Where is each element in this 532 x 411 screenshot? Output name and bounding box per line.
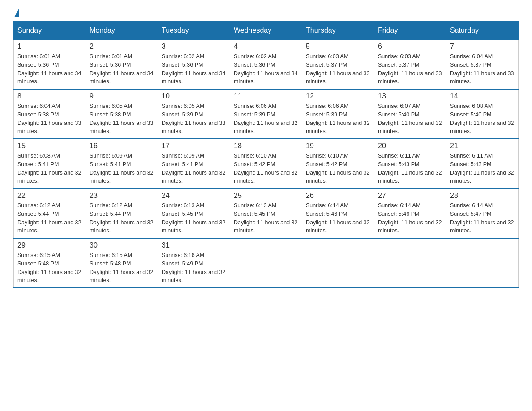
day-number: 11 xyxy=(234,92,298,100)
day-info: Sunrise: 6:11 AM Sunset: 5:43 PM Dayligh… xyxy=(378,152,442,185)
calendar-cell xyxy=(302,238,374,288)
day-number: 15 xyxy=(17,142,82,150)
day-info: Sunrise: 6:15 AM Sunset: 5:48 PM Dayligh… xyxy=(90,251,154,285)
calendar-week-row: 8 Sunrise: 6:04 AM Sunset: 5:38 PM Dayli… xyxy=(14,89,519,139)
calendar-cell: 13 Sunrise: 6:07 AM Sunset: 5:40 PM Dayl… xyxy=(374,89,446,139)
day-number: 6 xyxy=(378,43,442,51)
day-number: 7 xyxy=(450,43,515,51)
calendar-cell: 18 Sunrise: 6:10 AM Sunset: 5:42 PM Dayl… xyxy=(230,139,302,188)
day-info: Sunrise: 6:06 AM Sunset: 5:39 PM Dayligh… xyxy=(234,102,298,136)
day-info: Sunrise: 6:14 AM Sunset: 5:46 PM Dayligh… xyxy=(306,201,370,235)
calendar-cell: 28 Sunrise: 6:14 AM Sunset: 5:47 PM Dayl… xyxy=(446,188,519,238)
day-info: Sunrise: 6:10 AM Sunset: 5:42 PM Dayligh… xyxy=(306,152,370,185)
day-info: Sunrise: 6:14 AM Sunset: 5:46 PM Dayligh… xyxy=(378,201,442,235)
day-info: Sunrise: 6:15 AM Sunset: 5:48 PM Dayligh… xyxy=(17,251,82,285)
calendar-cell: 25 Sunrise: 6:13 AM Sunset: 5:45 PM Dayl… xyxy=(230,188,302,238)
day-number: 18 xyxy=(234,142,298,150)
day-number: 2 xyxy=(90,43,154,51)
calendar-cell: 16 Sunrise: 6:09 AM Sunset: 5:41 PM Dayl… xyxy=(86,139,158,188)
page-header xyxy=(13,9,519,17)
day-info: Sunrise: 6:06 AM Sunset: 5:39 PM Dayligh… xyxy=(306,102,370,136)
day-number: 8 xyxy=(17,92,82,100)
day-number: 21 xyxy=(450,142,515,150)
day-info: Sunrise: 6:11 AM Sunset: 5:43 PM Dayligh… xyxy=(450,152,515,185)
calendar-cell xyxy=(446,238,519,288)
day-number: 31 xyxy=(162,241,226,249)
col-header-sunday: Sunday xyxy=(14,22,86,40)
calendar-cell: 29 Sunrise: 6:15 AM Sunset: 5:48 PM Dayl… xyxy=(14,238,86,288)
day-number: 13 xyxy=(378,92,442,100)
day-number: 30 xyxy=(90,241,154,249)
calendar-week-row: 1 Sunrise: 6:01 AM Sunset: 5:36 PM Dayli… xyxy=(14,39,519,89)
calendar-cell: 6 Sunrise: 6:03 AM Sunset: 5:37 PM Dayli… xyxy=(374,39,446,89)
day-info: Sunrise: 6:10 AM Sunset: 5:42 PM Dayligh… xyxy=(234,152,298,185)
calendar-week-row: 29 Sunrise: 6:15 AM Sunset: 5:48 PM Dayl… xyxy=(14,238,519,288)
calendar-cell: 19 Sunrise: 6:10 AM Sunset: 5:42 PM Dayl… xyxy=(302,139,374,188)
day-number: 19 xyxy=(306,142,370,150)
day-info: Sunrise: 6:13 AM Sunset: 5:45 PM Dayligh… xyxy=(234,201,298,235)
calendar-cell: 24 Sunrise: 6:13 AM Sunset: 5:45 PM Dayl… xyxy=(158,188,230,238)
day-info: Sunrise: 6:02 AM Sunset: 5:36 PM Dayligh… xyxy=(162,52,226,86)
calendar-cell: 14 Sunrise: 6:08 AM Sunset: 5:40 PM Dayl… xyxy=(446,89,519,139)
calendar-cell: 12 Sunrise: 6:06 AM Sunset: 5:39 PM Dayl… xyxy=(302,89,374,139)
calendar-cell: 23 Sunrise: 6:12 AM Sunset: 5:44 PM Dayl… xyxy=(86,188,158,238)
calendar-cell: 15 Sunrise: 6:08 AM Sunset: 5:41 PM Dayl… xyxy=(14,139,86,188)
calendar-week-row: 22 Sunrise: 6:12 AM Sunset: 5:44 PM Dayl… xyxy=(14,188,519,238)
calendar-cell: 30 Sunrise: 6:15 AM Sunset: 5:48 PM Dayl… xyxy=(86,238,158,288)
calendar-cell: 26 Sunrise: 6:14 AM Sunset: 5:46 PM Dayl… xyxy=(302,188,374,238)
day-number: 16 xyxy=(90,142,154,150)
day-number: 22 xyxy=(17,192,82,200)
calendar-table: SundayMondayTuesdayWednesdayThursdayFrid… xyxy=(13,21,519,288)
col-header-tuesday: Tuesday xyxy=(158,22,230,40)
calendar-cell xyxy=(374,238,446,288)
calendar-week-row: 15 Sunrise: 6:08 AM Sunset: 5:41 PM Dayl… xyxy=(14,139,519,188)
day-number: 4 xyxy=(234,43,298,51)
day-number: 17 xyxy=(162,142,226,150)
day-number: 23 xyxy=(90,192,154,200)
calendar-cell: 17 Sunrise: 6:09 AM Sunset: 5:41 PM Dayl… xyxy=(158,139,230,188)
day-number: 20 xyxy=(378,142,442,150)
day-info: Sunrise: 6:02 AM Sunset: 5:36 PM Dayligh… xyxy=(234,52,298,86)
day-number: 27 xyxy=(378,192,442,200)
day-info: Sunrise: 6:04 AM Sunset: 5:38 PM Dayligh… xyxy=(17,102,82,136)
calendar-cell: 7 Sunrise: 6:04 AM Sunset: 5:37 PM Dayli… xyxy=(446,39,519,89)
day-info: Sunrise: 6:07 AM Sunset: 5:40 PM Dayligh… xyxy=(378,102,442,136)
calendar-cell: 21 Sunrise: 6:11 AM Sunset: 5:43 PM Dayl… xyxy=(446,139,519,188)
day-number: 14 xyxy=(450,92,515,100)
day-info: Sunrise: 6:05 AM Sunset: 5:38 PM Dayligh… xyxy=(90,102,154,136)
day-number: 26 xyxy=(306,192,370,200)
logo xyxy=(13,9,19,17)
calendar-cell: 9 Sunrise: 6:05 AM Sunset: 5:38 PM Dayli… xyxy=(86,89,158,139)
day-info: Sunrise: 6:13 AM Sunset: 5:45 PM Dayligh… xyxy=(162,201,226,235)
day-info: Sunrise: 6:01 AM Sunset: 5:36 PM Dayligh… xyxy=(90,52,154,86)
col-header-saturday: Saturday xyxy=(446,22,519,40)
day-info: Sunrise: 6:08 AM Sunset: 5:41 PM Dayligh… xyxy=(17,152,82,185)
col-header-thursday: Thursday xyxy=(302,22,374,40)
calendar-cell: 11 Sunrise: 6:06 AM Sunset: 5:39 PM Dayl… xyxy=(230,89,302,139)
day-info: Sunrise: 6:09 AM Sunset: 5:41 PM Dayligh… xyxy=(90,152,154,185)
calendar-cell: 27 Sunrise: 6:14 AM Sunset: 5:46 PM Dayl… xyxy=(374,188,446,238)
calendar-cell xyxy=(230,238,302,288)
calendar-cell: 2 Sunrise: 6:01 AM Sunset: 5:36 PM Dayli… xyxy=(86,39,158,89)
calendar-cell: 22 Sunrise: 6:12 AM Sunset: 5:44 PM Dayl… xyxy=(14,188,86,238)
col-header-monday: Monday xyxy=(86,22,158,40)
day-info: Sunrise: 6:08 AM Sunset: 5:40 PM Dayligh… xyxy=(450,102,515,136)
day-info: Sunrise: 6:09 AM Sunset: 5:41 PM Dayligh… xyxy=(162,152,226,185)
day-number: 24 xyxy=(162,192,226,200)
col-header-wednesday: Wednesday xyxy=(230,22,302,40)
calendar-cell: 8 Sunrise: 6:04 AM Sunset: 5:38 PM Dayli… xyxy=(14,89,86,139)
day-info: Sunrise: 6:12 AM Sunset: 5:44 PM Dayligh… xyxy=(90,201,154,235)
day-info: Sunrise: 6:12 AM Sunset: 5:44 PM Dayligh… xyxy=(17,201,82,235)
calendar-cell: 20 Sunrise: 6:11 AM Sunset: 5:43 PM Dayl… xyxy=(374,139,446,188)
day-number: 25 xyxy=(234,192,298,200)
calendar-cell: 5 Sunrise: 6:03 AM Sunset: 5:37 PM Dayli… xyxy=(302,39,374,89)
calendar-cell: 4 Sunrise: 6:02 AM Sunset: 5:36 PM Dayli… xyxy=(230,39,302,89)
calendar-cell: 3 Sunrise: 6:02 AM Sunset: 5:36 PM Dayli… xyxy=(158,39,230,89)
col-header-friday: Friday xyxy=(374,22,446,40)
day-info: Sunrise: 6:03 AM Sunset: 5:37 PM Dayligh… xyxy=(306,52,370,86)
day-info: Sunrise: 6:04 AM Sunset: 5:37 PM Dayligh… xyxy=(450,52,515,86)
day-number: 3 xyxy=(162,43,226,51)
day-number: 29 xyxy=(17,241,82,249)
day-number: 5 xyxy=(306,43,370,51)
day-info: Sunrise: 6:01 AM Sunset: 5:36 PM Dayligh… xyxy=(17,52,82,86)
